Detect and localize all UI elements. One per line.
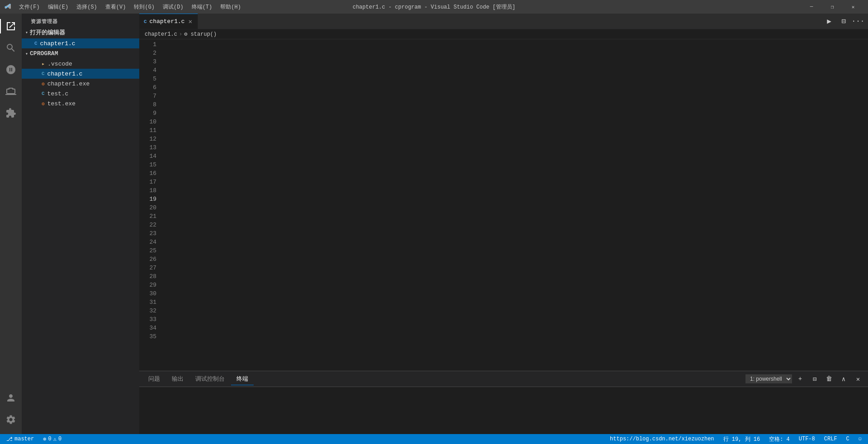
activity-settings[interactable] [0,409,22,430]
minimap [832,39,868,371]
activity-explorer[interactable] [0,15,22,37]
panel-tab-problems[interactable]: 问题 [143,373,165,385]
status-errors[interactable]: ⊗ 0 ⚠ 0 [41,434,63,444]
status-branch[interactable]: ⎇ master [5,434,36,444]
tab-chapter1c[interactable]: C chapter1.c ✕ [139,14,198,29]
sidebar-title: 资源管理器 [22,14,139,27]
cprogram-header[interactable]: ▾ CPROGRAM [22,48,139,59]
menu-help[interactable]: 帮助(H) [217,2,245,12]
line-numbers-content: 1234567891011121314151617181920212223242… [139,39,156,341]
menu-debug[interactable]: 调试(D) [159,2,187,12]
panel-add-button[interactable]: + [794,373,807,385]
activity-search[interactable] [0,37,22,59]
line-number: 28 [139,272,156,281]
tab-bar: C chapter1.c ✕ ▶ ⊟ ··· [139,14,868,29]
file-testexe[interactable]: ⚙ test.exe [22,99,139,109]
split-editor-button[interactable]: ⊟ [837,15,850,28]
file-vscode[interactable]: ▸ .vscode [22,59,139,69]
terminal-selector[interactable]: 1: powershell [745,374,792,383]
line-number: 17 [139,178,156,186]
code-content[interactable] [162,39,832,371]
line-number: 12 [139,135,156,143]
activity-bar-bottom [0,387,22,434]
close-button[interactable]: ✕ [843,0,863,14]
terminal-content[interactable] [139,387,868,434]
menu-goto[interactable]: 转到(G) [130,2,158,12]
c-icon-2: C [42,91,45,96]
status-encoding[interactable]: UTF-8 [797,434,817,444]
position-text: 行 19, 列 16 [723,435,760,443]
menu-select[interactable]: 选择(S) [73,2,101,12]
editor-area: C chapter1.c ✕ ▶ ⊟ ··· chapter1.c › ⚙ st… [139,14,868,434]
file-testexe-name: test.exe [47,100,75,107]
open-editors-label: 打开的编辑器 [30,28,65,37]
cprogram-arrow: ▾ [25,51,28,57]
line-number: 35 [139,332,156,341]
file-chapter1exe[interactable]: ⚙ chapter1.exe [22,79,139,89]
menu-edit[interactable]: 编辑(E) [44,2,72,12]
breadcrumb-file[interactable]: chapter1.c [145,31,177,38]
title-bar-menu: 文件(F) 编辑(E) 选择(S) 查看(V) 转到(G) 调试(D) 终端(T… [15,2,245,12]
errors-count: 0 [48,436,51,442]
line-number: 3 [139,57,156,66]
line-number: 6 [139,83,156,92]
status-bar: ⎇ master ⊗ 0 ⚠ 0 https://blog.csdn.net/x… [0,434,868,444]
open-editors-arrow: ▾ [25,30,28,35]
menu-terminal[interactable]: 终端(T) [188,2,216,12]
panel-close-button[interactable]: ✕ [852,373,864,385]
sidebar: 资源管理器 ▾ 打开的编辑器 C chapter1.c ▾ CPROGRAM ▸… [22,14,139,434]
line-number: 5 [139,75,156,83]
file-testc[interactable]: C test.c [22,89,139,99]
open-editors-header[interactable]: ▾ 打开的编辑器 [22,27,139,38]
menu-view[interactable]: 查看(V) [102,2,130,12]
line-number: 1 [139,40,156,49]
panel-split-button[interactable]: ⊟ [808,373,821,385]
activity-accounts[interactable] [0,387,22,409]
title-bar-left: 文件(F) 编辑(E) 选择(S) 查看(V) 转到(G) 调试(D) 终端(T… [5,2,245,12]
file-chapter1c[interactable]: C chapter1.c [22,69,139,79]
menu-file[interactable]: 文件(F) [15,2,43,12]
status-spaces[interactable]: 空格: 4 [767,434,792,444]
title-bar: 文件(F) 编辑(E) 选择(S) 查看(V) 转到(G) 调试(D) 终端(T… [0,0,868,14]
more-actions-button[interactable]: ··· [852,15,864,28]
panel-tab-debug[interactable]: 调试控制台 [190,373,230,385]
status-feedback[interactable]: ☺ [857,434,863,444]
status-language[interactable]: C [844,434,851,444]
code-editor: 1234567891011121314151617181920212223242… [139,39,868,371]
line-number: 32 [139,307,156,315]
breadcrumb: chapter1.c › ⚙ starup() [139,29,868,39]
cprogram-label: CPROGRAM [30,50,58,57]
open-editor-chapter1c[interactable]: C chapter1.c [22,38,139,48]
maximize-button[interactable]: ❐ [822,0,843,14]
tab-label: chapter1.c [150,18,185,25]
line-number: 22 [139,221,156,229]
minimize-button[interactable]: ─ [801,0,822,14]
panel-tab-output[interactable]: 输出 [166,373,189,385]
activity-bar [0,14,22,434]
c-icon: C [42,71,45,76]
panel-tab-terminal[interactable]: 终端 [231,373,254,385]
line-number: 18 [139,186,156,195]
title-bar-title: chapter1.c - cprogram - Visual Studio Co… [353,3,515,11]
panel-trash-button[interactable]: 🗑 [823,373,835,385]
line-number: 7 [139,92,156,100]
activity-debug[interactable] [0,80,22,102]
warnings-count: 0 [58,436,61,442]
line-number: 2 [139,49,156,57]
tab-close-button[interactable]: ✕ [188,17,193,26]
run-button[interactable]: ▶ [823,15,835,28]
open-editor-filename: chapter1.c [40,40,75,47]
file-chapter1c-name: chapter1.c [47,71,83,77]
panel-chevron-up[interactable]: ∧ [837,373,850,385]
activity-extensions[interactable] [0,102,22,124]
line-number: 13 [139,143,156,152]
warnings-icon: ⚠ [53,436,57,443]
line-number: 10 [139,118,156,126]
activity-git[interactable] [0,59,22,80]
file-testc-name: test.c [47,90,69,97]
breadcrumb-symbol[interactable]: ⚙ starup() [184,31,217,38]
status-line-ending[interactable]: CRLF [822,434,839,444]
status-url[interactable]: https://blog.csdn.net/xiezuozhen [608,434,716,444]
folder-icon: ▸ [42,61,45,67]
status-position[interactable]: 行 19, 列 16 [722,434,762,444]
